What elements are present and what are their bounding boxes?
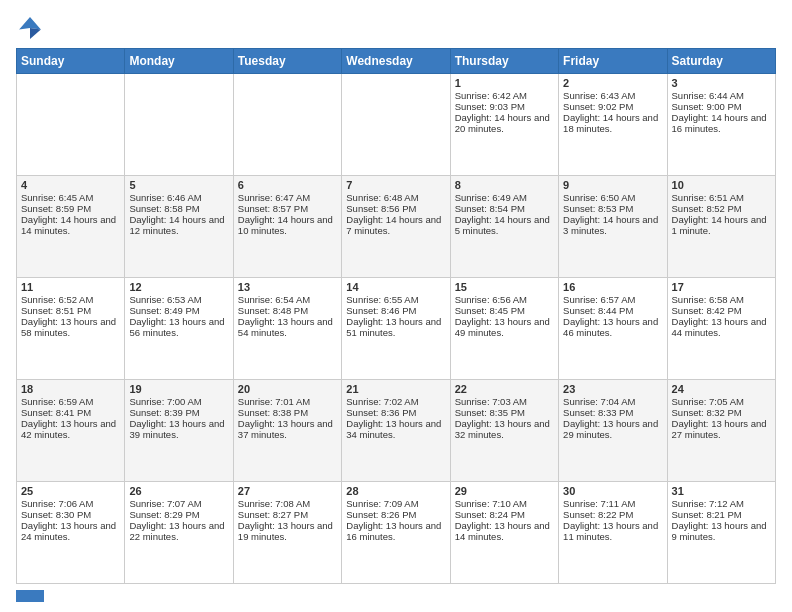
day-info: Sunset: 8:46 PM [346,305,445,316]
day-info: Sunrise: 7:12 AM [672,498,771,509]
day-info: Sunrise: 6:50 AM [563,192,662,203]
day-info: Sunrise: 7:05 AM [672,396,771,407]
day-info: Sunrise: 6:42 AM [455,90,554,101]
day-number: 25 [21,485,120,497]
day-number: 27 [238,485,337,497]
day-info: Sunset: 8:22 PM [563,509,662,520]
day-info: Sunset: 8:49 PM [129,305,228,316]
calendar-cell: 15Sunrise: 6:56 AMSunset: 8:45 PMDayligh… [450,278,558,380]
calendar-cell: 7Sunrise: 6:48 AMSunset: 8:56 PMDaylight… [342,176,450,278]
day-info: Sunrise: 6:52 AM [21,294,120,305]
calendar-cell: 25Sunrise: 7:06 AMSunset: 8:30 PMDayligh… [17,482,125,584]
day-info: Sunset: 8:29 PM [129,509,228,520]
day-info: Sunset: 8:41 PM [21,407,120,418]
day-number: 1 [455,77,554,89]
calendar-cell: 8Sunrise: 6:49 AMSunset: 8:54 PMDaylight… [450,176,558,278]
day-info: Sunset: 8:48 PM [238,305,337,316]
day-info: Sunset: 8:21 PM [672,509,771,520]
day-info: Sunset: 8:42 PM [672,305,771,316]
day-info: Daylight: 13 hours and 56 minutes. [129,316,228,338]
calendar-cell: 26Sunrise: 7:07 AMSunset: 8:29 PMDayligh… [125,482,233,584]
page: SundayMondayTuesdayWednesdayThursdayFrid… [0,0,792,612]
calendar-cell: 30Sunrise: 7:11 AMSunset: 8:22 PMDayligh… [559,482,667,584]
day-info: Daylight: 13 hours and 34 minutes. [346,418,445,440]
day-info: Daylight: 13 hours and 24 minutes. [21,520,120,542]
day-info: Sunrise: 6:48 AM [346,192,445,203]
day-number: 22 [455,383,554,395]
day-number: 31 [672,485,771,497]
calendar-cell: 4Sunrise: 6:45 AMSunset: 8:59 PMDaylight… [17,176,125,278]
calendar-cell: 9Sunrise: 6:50 AMSunset: 8:53 PMDaylight… [559,176,667,278]
day-info: Sunrise: 7:09 AM [346,498,445,509]
day-number: 8 [455,179,554,191]
day-number: 4 [21,179,120,191]
calendar-cell: 28Sunrise: 7:09 AMSunset: 8:26 PMDayligh… [342,482,450,584]
day-info: Daylight: 13 hours and 22 minutes. [129,520,228,542]
day-info: Sunset: 8:58 PM [129,203,228,214]
day-info: Sunrise: 6:43 AM [563,90,662,101]
calendar-cell: 10Sunrise: 6:51 AMSunset: 8:52 PMDayligh… [667,176,775,278]
day-info: Daylight: 13 hours and 51 minutes. [346,316,445,338]
calendar-cell: 17Sunrise: 6:58 AMSunset: 8:42 PMDayligh… [667,278,775,380]
day-info: Daylight: 14 hours and 12 minutes. [129,214,228,236]
day-info: Sunrise: 7:10 AM [455,498,554,509]
day-info: Daylight: 13 hours and 49 minutes. [455,316,554,338]
calendar-table: SundayMondayTuesdayWednesdayThursdayFrid… [16,48,776,584]
day-info: Daylight: 14 hours and 18 minutes. [563,112,662,134]
day-info: Daylight: 13 hours and 27 minutes. [672,418,771,440]
day-info: Sunset: 8:45 PM [455,305,554,316]
day-info: Sunrise: 7:03 AM [455,396,554,407]
day-info: Daylight: 13 hours and 54 minutes. [238,316,337,338]
col-header-monday: Monday [125,49,233,74]
day-info: Sunset: 9:02 PM [563,101,662,112]
day-info: Daylight: 13 hours and 58 minutes. [21,316,120,338]
day-info: Daylight: 14 hours and 7 minutes. [346,214,445,236]
day-info: Sunrise: 6:59 AM [21,396,120,407]
generalblue-logo-icon [16,14,44,42]
day-info: Daylight: 13 hours and 32 minutes. [455,418,554,440]
day-number: 28 [346,485,445,497]
day-number: 2 [563,77,662,89]
day-info: Sunset: 8:35 PM [455,407,554,418]
calendar-cell: 3Sunrise: 6:44 AMSunset: 9:00 PMDaylight… [667,74,775,176]
day-info: Sunrise: 7:06 AM [21,498,120,509]
day-info: Sunrise: 7:01 AM [238,396,337,407]
day-info: Sunset: 8:32 PM [672,407,771,418]
day-info: Daylight: 14 hours and 1 minute. [672,214,771,236]
day-info: Sunset: 8:38 PM [238,407,337,418]
day-number: 21 [346,383,445,395]
day-number: 30 [563,485,662,497]
day-info: Daylight: 14 hours and 10 minutes. [238,214,337,236]
day-info: Sunrise: 6:49 AM [455,192,554,203]
day-info: Sunrise: 6:47 AM [238,192,337,203]
day-info: Daylight: 14 hours and 14 minutes. [21,214,120,236]
day-info: Daylight: 13 hours and 29 minutes. [563,418,662,440]
logo [16,14,46,42]
col-header-wednesday: Wednesday [342,49,450,74]
day-number: 23 [563,383,662,395]
calendar-cell: 19Sunrise: 7:00 AMSunset: 8:39 PMDayligh… [125,380,233,482]
day-info: Sunrise: 7:00 AM [129,396,228,407]
calendar-cell: 29Sunrise: 7:10 AMSunset: 8:24 PMDayligh… [450,482,558,584]
day-info: Sunset: 8:54 PM [455,203,554,214]
calendar-cell: 23Sunrise: 7:04 AMSunset: 8:33 PMDayligh… [559,380,667,482]
col-header-friday: Friday [559,49,667,74]
day-number: 13 [238,281,337,293]
day-number: 11 [21,281,120,293]
day-info: Sunrise: 7:07 AM [129,498,228,509]
calendar-cell: 31Sunrise: 7:12 AMSunset: 8:21 PMDayligh… [667,482,775,584]
day-info: Sunset: 9:00 PM [672,101,771,112]
day-info: Sunset: 9:03 PM [455,101,554,112]
day-info: Daylight: 13 hours and 9 minutes. [672,520,771,542]
day-info: Daylight: 13 hours and 42 minutes. [21,418,120,440]
calendar-cell: 13Sunrise: 6:54 AMSunset: 8:48 PMDayligh… [233,278,341,380]
day-info: Sunrise: 6:44 AM [672,90,771,101]
calendar-cell: 11Sunrise: 6:52 AMSunset: 8:51 PMDayligh… [17,278,125,380]
day-number: 6 [238,179,337,191]
calendar-cell: 2Sunrise: 6:43 AMSunset: 9:02 PMDaylight… [559,74,667,176]
calendar-cell [342,74,450,176]
day-number: 20 [238,383,337,395]
day-number: 18 [21,383,120,395]
day-number: 3 [672,77,771,89]
calendar-cell [233,74,341,176]
